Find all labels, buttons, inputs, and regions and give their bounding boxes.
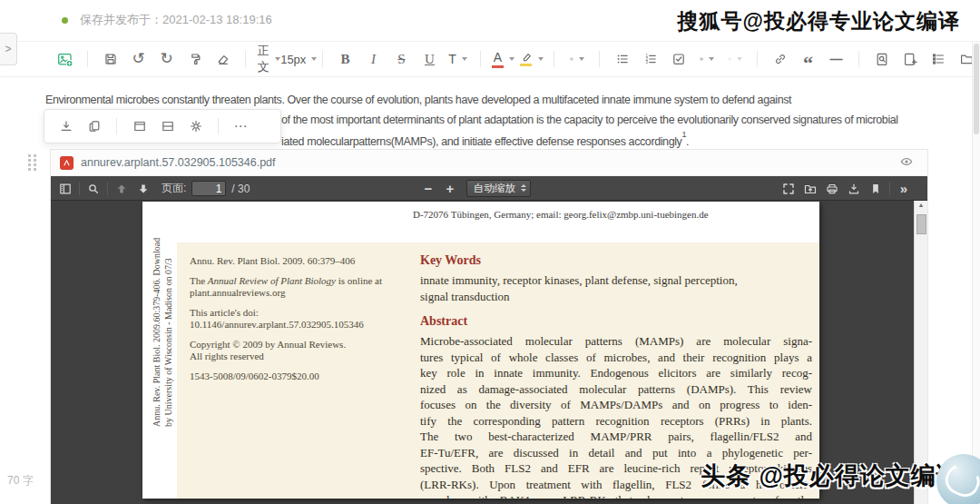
pdf-file-icon (60, 156, 74, 170)
zoom-controls: − + 自动缩放 (417, 179, 531, 199)
italic-button[interactable]: I (362, 47, 386, 71)
footnote-reference[interactable]: 1 (681, 130, 686, 139)
insert-page-button[interactable] (898, 47, 922, 71)
bullet-list-button[interactable] (611, 47, 634, 71)
abstract-heading: Abstract (420, 314, 812, 329)
underline-button[interactable]: U (418, 47, 442, 71)
indent-select[interactable] (695, 47, 719, 71)
letter-case-select[interactable]: T (446, 47, 470, 71)
blockquote-button[interactable]: “ (797, 47, 820, 71)
paragraph-style-select[interactable]: 正文 (257, 47, 282, 71)
font-size-select[interactable]: 15px (286, 47, 312, 71)
doc-paragraph-line-3[interactable]: iated molecularpatterns(MAMPs), and init… (281, 133, 689, 148)
citation-line: Annu. Rev. Plant Biol. 2009. 60:379–406 (190, 255, 407, 267)
bookmark-button[interactable] (865, 179, 887, 199)
zoom-in-button[interactable]: + (439, 179, 461, 199)
format-painter-button[interactable] (183, 47, 207, 71)
doc-paragraph-line-2[interactable]: of the most important determinants of pl… (281, 114, 898, 126)
expand-panel-button[interactable]: > (0, 33, 17, 65)
keywords-heading: Key Words (420, 253, 812, 268)
link-icon (773, 52, 788, 66)
page-number-input[interactable] (191, 181, 226, 196)
find-in-document-button[interactable] (83, 179, 104, 199)
list-style-select-disabled[interactable] (723, 47, 747, 71)
layout-middle-button[interactable] (156, 114, 180, 138)
chevron-down-icon (462, 57, 467, 61)
outline-icon (931, 52, 946, 66)
open-file-button[interactable] (799, 179, 821, 199)
toolbar-divider (79, 182, 80, 195)
gear-icon (189, 119, 203, 133)
ordered-list-button[interactable]: 1 2 3 (639, 47, 662, 71)
block-drag-handle[interactable] (28, 154, 39, 173)
presentation-mode-button[interactable] (778, 179, 799, 199)
editor-scrollbar-thumb[interactable] (974, 44, 979, 134)
block-settings-button[interactable] (184, 114, 208, 138)
doi-block: This article's doi: 10.1146/annurev.arpl… (190, 307, 407, 331)
insert-media-button[interactable] (54, 47, 77, 71)
align-select[interactable] (565, 47, 589, 71)
pdf-viewer-body[interactable]: D-72076 Tübingen, Germany; email: georg.… (51, 201, 927, 504)
article-metadata-column: Annu. Rev. Plant Biol. 2009. 60:379–406 … (190, 255, 407, 382)
save-button[interactable] (99, 47, 122, 71)
affiliation-line: D-72076 Tübingen, Germany; email: georg.… (413, 209, 709, 220)
watermark-top-right: 搜狐号@投必得专业论文编译 (678, 7, 960, 35)
arrow-down-icon (136, 182, 151, 196)
clear-format-button[interactable] (211, 47, 235, 71)
toolbar-divider (218, 118, 219, 134)
zoom-out-button[interactable]: − (417, 179, 439, 199)
download-attachment-button[interactable] (54, 114, 78, 138)
saved-status-dot (62, 17, 68, 24)
saved-status-text: 保存并发布于：2021-02-13 18:19:16 (80, 12, 272, 28)
previous-page-button[interactable] (111, 179, 132, 199)
bullet-list-icon (615, 52, 630, 66)
highlight-color-button[interactable] (520, 47, 544, 71)
outline-button[interactable] (926, 47, 950, 71)
sidebar-toggle-button[interactable] (54, 179, 76, 199)
document-search-icon (875, 52, 889, 66)
search-icon (86, 182, 101, 196)
fullscreen-icon (781, 182, 796, 196)
download-pdf-button[interactable] (843, 179, 865, 199)
toolbar-divider (599, 51, 600, 67)
pdf-scrollbar[interactable]: ▲ (914, 201, 927, 504)
app-root: 保存并发布于：2021-02-13 18:19:16 搜狐号@投必得专业论文编译… (0, 0, 980, 504)
save-icon (103, 52, 118, 66)
zoom-mode-select[interactable]: 自动缩放 (466, 180, 531, 197)
more-icon: ⋯ (234, 118, 249, 134)
horizontal-rule-icon: — (830, 52, 843, 66)
task-list-button[interactable] (667, 47, 691, 71)
doi-value: 10.1146/annurev.arplant.57.032905.105346 (190, 319, 364, 330)
horizontal-rule-button[interactable]: — (825, 47, 848, 71)
list-style-icon (728, 52, 731, 66)
next-page-button[interactable] (132, 179, 154, 199)
attachment-bar[interactable]: annurev.arplant.57.032905.105346.pdf (51, 150, 927, 176)
strikethrough-button[interactable]: S (390, 47, 414, 71)
font-color-button[interactable]: A (492, 47, 515, 71)
pdf-scrollbar-thumb[interactable] (916, 214, 926, 234)
chevron-down-icon (509, 57, 514, 61)
bold-button[interactable]: B (334, 47, 358, 71)
pdf-tools: » (778, 179, 915, 199)
download-icon (847, 182, 861, 196)
chevron-down-icon (275, 57, 280, 61)
editor-scrollbar[interactable] (972, 42, 980, 504)
layout-top-button[interactable] (128, 114, 152, 138)
scroll-up-icon[interactable]: ▲ (915, 202, 927, 208)
insert-link-button[interactable] (769, 47, 792, 71)
redo-button[interactable]: ↻ (155, 47, 179, 71)
preview-toggle-button[interactable] (898, 153, 915, 172)
more-options-button[interactable]: ⋯ (230, 114, 253, 138)
attachment-filename[interactable]: annurev.arplant.57.032905.105346.pdf (81, 156, 276, 169)
align-icon (570, 52, 573, 66)
watermark-bottom-right: 头条 @投必得论文编译 (701, 460, 962, 492)
more-tools-button[interactable]: » (893, 179, 915, 199)
preview-document-button[interactable] (870, 47, 894, 71)
copy-icon (87, 119, 102, 133)
doc-paragraph-line-1[interactable]: Environmental microbes constantly threat… (45, 94, 791, 106)
undo-button[interactable]: ↺ (127, 47, 151, 71)
eraser-icon (216, 52, 230, 66)
print-button[interactable] (821, 179, 843, 199)
rotated-citation-text: Annu. Rev. Plant Biol. 2009.60:379-406. … (152, 202, 174, 427)
copy-block-button[interactable] (83, 114, 106, 138)
